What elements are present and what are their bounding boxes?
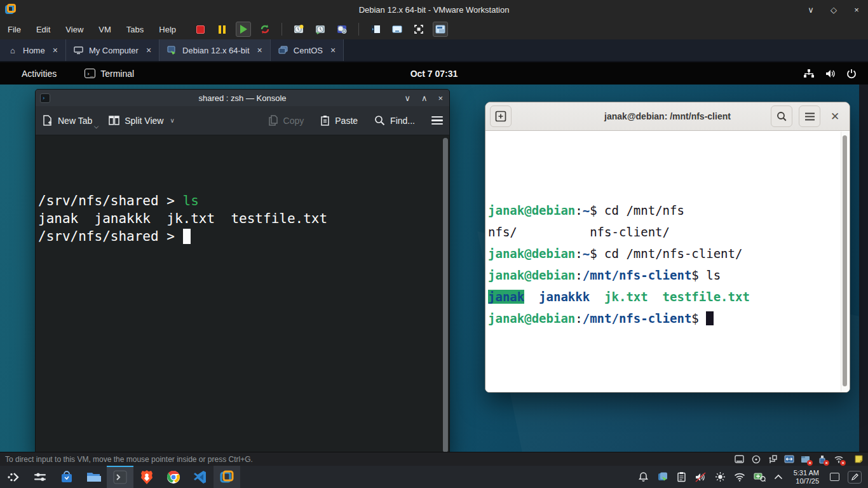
message-log-icon[interactable]	[853, 454, 864, 464]
wifi-disconnected-icon[interactable]: ×	[833, 454, 844, 464]
menu-button[interactable]	[799, 105, 820, 127]
gterm-scrollbar-handle[interactable]	[843, 135, 847, 386]
search-button[interactable]	[771, 105, 792, 127]
split-view-button[interactable]: Split View ∨	[109, 116, 175, 126]
suspend-icon[interactable]	[214, 22, 229, 37]
menu-view[interactable]: View	[58, 19, 91, 39]
chrome-browser-button[interactable]	[160, 466, 187, 488]
gnome-topbar: Activities ›_ Terminal Oct 7 07:31	[0, 62, 868, 85]
tab-close-icon[interactable]: ×	[257, 45, 262, 55]
tab-close-icon[interactable]: ×	[330, 45, 336, 55]
paste-icon	[320, 115, 330, 126]
reset-icon[interactable]	[257, 22, 273, 37]
search-icon	[776, 111, 787, 122]
vmware-titlebar[interactable]: Debian 12.x 64-bit - VMware Workstation …	[0, 0, 868, 19]
maximize-icon[interactable]: ◇	[829, 5, 839, 15]
menu-file[interactable]: File	[0, 19, 29, 39]
new-tab-button[interactable]: New Tab ⌵	[42, 115, 92, 126]
close-icon[interactable]: ×	[438, 93, 443, 103]
unity-icon[interactable]	[433, 22, 448, 37]
terminal-task-button[interactable]	[107, 466, 133, 488]
menu-tabs[interactable]: Tabs	[119, 19, 151, 39]
menu-help[interactable]: Help	[151, 19, 184, 39]
tab-debian[interactable]: Debian 12.x 64-bit ×	[159, 39, 271, 61]
tray-date: 10/7/25	[794, 477, 819, 485]
find-button[interactable]: Find...	[374, 115, 415, 126]
show-library-icon[interactable]	[368, 22, 383, 37]
wifi-icon[interactable]	[734, 473, 745, 482]
tray-clock[interactable]: 5:31 AM 10/7/25	[794, 469, 819, 485]
terminal-line: janak@debian:/mnt/nfs-client$ ls	[488, 264, 837, 286]
file-manager-button[interactable]	[80, 466, 107, 488]
clipboard-icon[interactable]	[677, 471, 686, 482]
tab-close-icon[interactable]: ×	[53, 45, 58, 55]
window-title: Debian 12.x 64-bit - VMware Workstation	[0, 5, 868, 15]
close-icon[interactable]: ×	[851, 5, 862, 15]
cd-rom-icon[interactable]	[750, 454, 761, 464]
hamburger-menu-icon	[804, 112, 815, 121]
terminal-line: nfs/ nfs-client/	[488, 221, 837, 243]
network-adapter-icon[interactable]	[767, 454, 778, 464]
terminal-line: janak@debian:~$ cd /mnt/nfs-client/	[488, 243, 837, 264]
host-taskbar: 5:31 AM 10/7/25	[0, 466, 868, 488]
minimize-icon[interactable]: ∨	[404, 93, 410, 103]
settings-button[interactable]	[27, 466, 53, 488]
close-icon[interactable]: ✕	[827, 110, 843, 123]
tab-label: My Computer	[89, 46, 139, 55]
maximize-icon[interactable]: ∧	[421, 93, 428, 103]
snapshot-manager-icon[interactable]	[334, 22, 349, 37]
usb-disconnected-icon[interactable]: ×	[817, 454, 827, 464]
find-label: Find...	[390, 116, 415, 126]
gterm-terminal[interactable]: janak@debian:~$ cd /mnt/nfsnfs/ nfs-clie…	[485, 131, 850, 392]
notifications-bell-icon[interactable]	[638, 471, 649, 482]
tab-label: Home	[23, 46, 45, 55]
hamburger-menu-icon[interactable]	[431, 116, 443, 125]
clock[interactable]: Oct 7 07:31	[0, 69, 868, 79]
display-icon[interactable]	[783, 454, 794, 464]
snapshot-take-icon[interactable]	[291, 22, 306, 37]
vmware-tabbar: ⌂ Home × My Computer × Debian 12.x 64-bi…	[0, 39, 868, 62]
hard-disk-icon[interactable]	[734, 454, 745, 464]
network-wired-icon	[803, 69, 815, 79]
full-screen-icon[interactable]	[411, 22, 426, 37]
pen-workspace-button[interactable]	[848, 471, 862, 484]
chevron-up-icon[interactable]	[774, 474, 783, 480]
start-menu-button[interactable]	[0, 466, 27, 488]
screen-capture-icon[interactable]	[754, 472, 766, 482]
tab-close-icon[interactable]: ×	[146, 45, 151, 55]
minimize-icon[interactable]: ∨	[806, 5, 816, 15]
vmware-task-button[interactable]	[214, 466, 240, 488]
system-status-area[interactable]	[803, 69, 857, 79]
power-on-icon[interactable]	[236, 22, 251, 37]
gterm-scrollbar-track[interactable]	[841, 132, 849, 391]
brightness-icon[interactable]	[715, 471, 726, 482]
volume-muted-icon[interactable]	[695, 472, 707, 482]
vm-icon	[278, 45, 288, 55]
snapshot-revert-icon[interactable]	[313, 22, 328, 37]
konsole-titlebar[interactable]: › shared : zsh — Konsole ∨ ∧ ×	[36, 90, 449, 106]
screen-edge	[859, 85, 868, 452]
system-tray: 5:31 AM 10/7/25	[638, 469, 862, 485]
copy-button[interactable]: Copy	[268, 115, 304, 126]
software-store-button[interactable]	[53, 466, 80, 488]
screen: Debian 12.x 64-bit - VMware Workstation …	[0, 0, 868, 488]
terminal-line: janak janakkk jk.txt testfile.txt	[38, 210, 448, 227]
tab-centos[interactable]: CentOS ×	[271, 39, 344, 61]
konsole-scrollbar[interactable]	[443, 138, 448, 452]
tab-home[interactable]: ⌂ Home ×	[0, 39, 66, 61]
paste-button[interactable]: Paste	[320, 115, 358, 126]
menu-vm[interactable]: VM	[91, 19, 119, 39]
new-tab-icon	[42, 115, 53, 126]
power-off-icon[interactable]	[193, 22, 208, 37]
show-thumbnail-bar-icon[interactable]	[390, 22, 405, 37]
vscode-button[interactable]	[187, 466, 214, 488]
menu-edit[interactable]: Edit	[29, 19, 58, 39]
chevron-down-icon: ⌵	[94, 123, 99, 130]
shared-folder-disconnected-icon[interactable]: ×	[800, 454, 811, 464]
brave-browser-button[interactable]	[133, 466, 160, 488]
tab-my-computer[interactable]: My Computer ×	[66, 39, 159, 61]
gterm-headerbar[interactable]: janak@debian: /mnt/nfs-client ✕	[485, 102, 850, 131]
vmware-tray-icon[interactable]	[657, 471, 668, 483]
konsole-terminal[interactable]: /srv/nfs/shared > lsjanak janakkk jk.txt…	[36, 135, 449, 452]
show-desktop-button[interactable]	[830, 473, 839, 481]
